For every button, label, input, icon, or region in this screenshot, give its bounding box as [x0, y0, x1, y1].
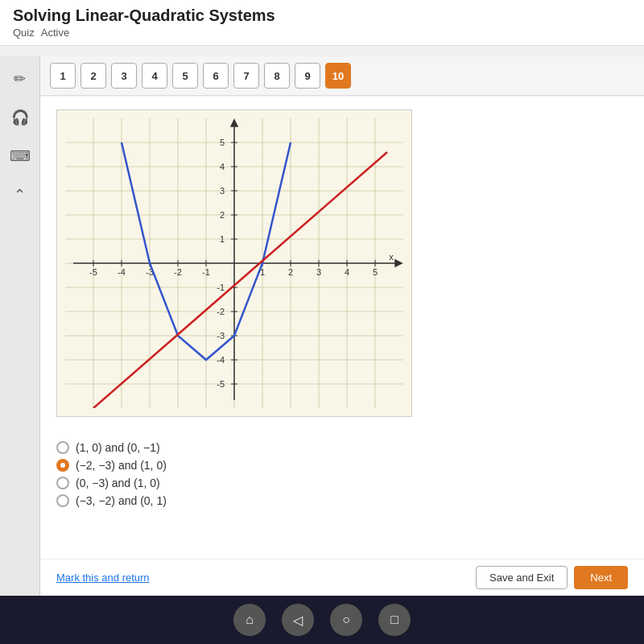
svg-text:-1: -1 — [217, 283, 225, 292]
top-bar: Solving Linear-Quadratic Systems Quiz Ac… — [0, 0, 644, 46]
circle-sys-icon[interactable]: ○ — [330, 604, 362, 636]
svg-text:2: 2 — [288, 267, 293, 277]
q-num-5[interactable]: 5 — [172, 63, 198, 89]
svg-text:3: 3 — [220, 186, 225, 196]
choice-a[interactable]: (1, 0) and (0, −1) — [56, 441, 628, 454]
coordinate-graph: -5 -4 -3 -2 -1 1 2 3 4 5 x 5 4 3 2 1 — [65, 118, 403, 408]
svg-text:-2: -2 — [174, 267, 182, 277]
q-num-9[interactable]: 9 — [295, 63, 320, 89]
q-num-2[interactable]: 2 — [80, 63, 106, 89]
q-num-6[interactable]: 6 — [203, 63, 229, 89]
q-num-1[interactable]: 1 — [50, 63, 76, 89]
svg-text:5: 5 — [220, 138, 225, 147]
choice-d-text: (−3, −2) and (0, 1) — [76, 494, 167, 507]
q-num-8[interactable]: 8 — [264, 63, 290, 89]
svg-text:-5: -5 — [89, 267, 97, 277]
svg-text:4: 4 — [345, 267, 349, 277]
square-sys-icon[interactable]: □ — [378, 604, 411, 636]
mark-return-link[interactable]: Mark this and return — [56, 572, 150, 584]
bottom-bar: Mark this and return Save and Exit Next — [40, 559, 644, 596]
expand-icon[interactable]: ⌃ — [6, 180, 35, 209]
subtitle-row: Quiz Active — [13, 27, 631, 39]
q-num-7[interactable]: 7 — [233, 63, 259, 89]
headphone-icon[interactable]: 🎧 — [6, 103, 35, 132]
svg-text:4: 4 — [220, 162, 225, 171]
calculator-icon[interactable]: ⌨ — [6, 142, 35, 171]
page-title: Solving Linear-Quadratic Systems — [13, 6, 631, 25]
radio-a[interactable] — [56, 441, 69, 454]
radio-b[interactable] — [56, 459, 69, 472]
quiz-label: Quiz — [13, 27, 35, 39]
back-sys-icon[interactable]: ◁ — [282, 604, 314, 636]
svg-text:-5: -5 — [217, 379, 225, 389]
pencil-icon[interactable]: ✏ — [6, 64, 35, 93]
save-exit-button[interactable]: Save and Exit — [476, 566, 568, 589]
graph-container: -5 -4 -3 -2 -1 1 2 3 4 5 x 5 4 3 2 1 — [56, 109, 412, 417]
q-num-10[interactable]: 10 — [325, 63, 351, 89]
svg-text:x: x — [389, 252, 394, 262]
choice-c-text: (0, −3) and (1, 0) — [76, 477, 160, 489]
active-badge: Active — [41, 27, 69, 39]
radio-d[interactable] — [56, 494, 69, 507]
system-bar: ⌂ ◁ ○ □ — [0, 596, 644, 644]
choice-a-text: (1, 0) and (0, −1) — [76, 441, 160, 454]
home-sys-icon[interactable]: ⌂ — [233, 604, 266, 636]
title-area: Solving Linear-Quadratic Systems Quiz Ac… — [13, 6, 631, 39]
svg-text:-1: -1 — [202, 267, 210, 277]
choice-d[interactable]: (−3, −2) and (0, 1) — [56, 494, 628, 507]
svg-text:-2: -2 — [217, 307, 225, 316]
svg-text:-4: -4 — [217, 355, 225, 365]
svg-text:1: 1 — [220, 234, 225, 244]
svg-text:5: 5 — [373, 267, 378, 277]
svg-text:-3: -3 — [217, 331, 225, 341]
svg-text:2: 2 — [220, 210, 225, 220]
choice-b[interactable]: (−2, −3) and (1, 0) — [56, 459, 628, 472]
left-sidebar: ✏ 🎧 ⌨ ⌃ — [0, 56, 40, 644]
radio-c[interactable] — [56, 477, 69, 489]
svg-text:-4: -4 — [118, 267, 126, 277]
svg-text:3: 3 — [316, 267, 321, 277]
q-num-3[interactable]: 3 — [111, 63, 137, 89]
question-bar: 1 2 3 4 5 6 7 8 9 10 — [40, 56, 644, 96]
choice-b-text: (−2, −3) and (1, 0) — [76, 459, 167, 472]
next-button[interactable]: Next — [574, 566, 628, 589]
q-num-4[interactable]: 4 — [142, 63, 167, 89]
choice-c[interactable]: (0, −3) and (1, 0) — [56, 477, 628, 489]
answer-choices: (1, 0) and (0, −1) (−2, −3) and (1, 0) (… — [56, 441, 628, 507]
